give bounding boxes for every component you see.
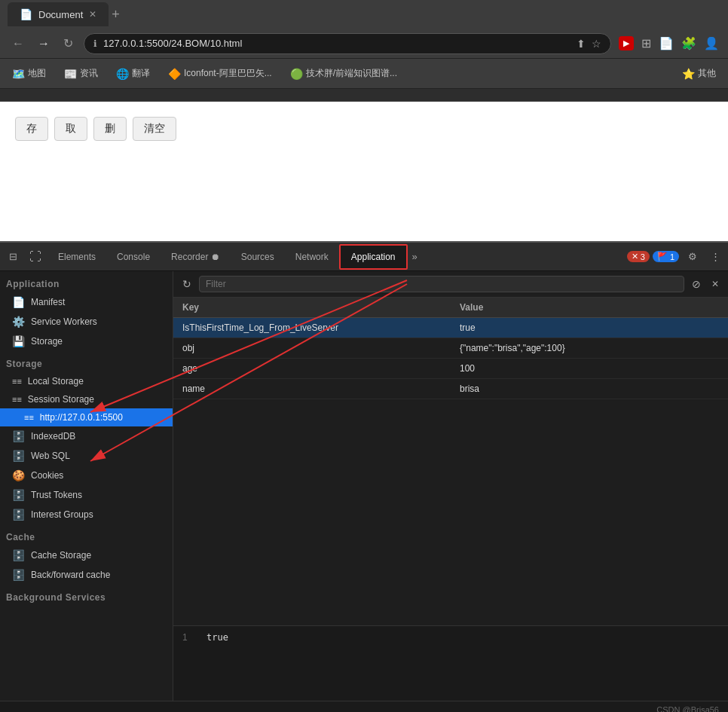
get-button[interactable]: 取 <box>54 117 87 141</box>
sidebar-item-bfcache[interactable]: 🗄️ Back/forward cache <box>0 565 173 585</box>
address-bar[interactable]: ℹ 127.0.0.1:5500/24.BOM/10.html ⬆ ☆ <box>84 33 611 54</box>
sidebar-item-interest-groups[interactable]: 🗄️ Interest Groups <box>0 505 173 524</box>
puzzle-icon[interactable]: 🧩 <box>681 36 696 50</box>
tab-application-label: Application <box>351 252 396 262</box>
sidebar-item-web-sql-label: Web SQL <box>31 451 70 461</box>
status-text: CSDN @Brisa56 <box>656 705 719 713</box>
sidebar-item-trust-tokens[interactable]: 🗄️ Trust Tokens <box>0 485 173 505</box>
filter-clear-button[interactable]: ✕ <box>708 277 722 291</box>
table-row[interactable]: obj {"name":"brisa","age":100} <box>173 338 728 359</box>
bookmark-jishupang[interactable]: 🟢 技术胖/前端知识图谱... <box>284 64 403 83</box>
local-storage-icon: ≡≡ <box>12 377 22 386</box>
trust-tokens-icon: 🗄️ <box>12 489 25 501</box>
iconfont-icon: 🔶 <box>168 68 181 80</box>
devtools-settings-icon[interactable]: ⚙ <box>682 248 703 265</box>
error-badge[interactable]: ✕ 3 <box>627 251 650 262</box>
bookmark-icon[interactable]: ☆ <box>592 38 601 50</box>
devtools-sidebar: Application 📄 Manifest ⚙️ Service Worker… <box>0 271 173 701</box>
sidebar-item-service-workers-label: Service Workers <box>31 316 97 327</box>
sidebar-item-local-storage[interactable]: ≡≡ Local Storage <box>0 372 173 390</box>
save-button[interactable]: 存 <box>15 117 48 141</box>
bookmark-news[interactable]: 📰 资讯 <box>58 64 104 83</box>
devtools-options-icon[interactable]: ⋮ <box>706 248 725 265</box>
devtools-right-controls: ✕ 3 🚩 1 ⚙ ⋮ <box>627 248 725 265</box>
sidebar-item-interest-groups-label: Interest Groups <box>31 509 93 520</box>
map-icon: 🗺️ <box>12 68 25 80</box>
tab-favicon: 📄 <box>20 8 32 20</box>
sidebar-item-trust-tokens-label: Trust Tokens <box>31 490 82 500</box>
sidebar-section-application: Application <box>0 271 173 292</box>
bookmarks-bar: 🗺️ 地图 📰 资讯 🌐 翻译 🔶 Iconfont-阿里巴巴矢... 🟢 技术… <box>0 59 728 89</box>
warning-badge[interactable]: 🚩 1 <box>653 251 679 262</box>
sidebar-section-cache: Cache <box>0 524 173 545</box>
bookmark-iconfont[interactable]: 🔶 Iconfont-阿里巴巴矢... <box>162 64 278 83</box>
browser-tab[interactable]: 📄 Document ✕ <box>8 2 109 26</box>
devtools-inspect-button[interactable]: ⛶ <box>23 247 47 267</box>
sidebar-item-session-storage[interactable]: ≡≡ Session Storage <box>0 390 173 408</box>
sidebar-item-cache-storage[interactable]: 🗄️ Cache Storage <box>0 545 173 565</box>
table-row[interactable]: IsThisFirstTime_Log_From_LiveServer true <box>173 318 728 338</box>
bookmark-translate[interactable]: 🌐 翻译 <box>110 64 156 83</box>
reload-button[interactable]: ↻ <box>60 33 76 53</box>
lock-icon: ℹ <box>93 38 97 49</box>
sidebar-item-cookies[interactable]: 🍪 Cookies <box>0 466 173 485</box>
tab-recorder-label: Recorder ⏺ <box>171 252 220 262</box>
sidebar-section-storage: Storage <box>0 351 173 372</box>
interest-groups-icon: 🗄️ <box>12 509 25 521</box>
sidebar-item-indexed-db[interactable]: 🗄️ IndexedDB <box>0 426 173 446</box>
column-key-header: Key <box>173 298 451 317</box>
line-number: 1 <box>182 632 197 695</box>
bookmark-other[interactable]: ⭐ 其他 <box>676 64 722 83</box>
settings-icon[interactable]: 📄 <box>659 36 674 50</box>
page-content: 存 取 删 清空 <box>0 102 728 241</box>
filter-input-wrapper[interactable] <box>199 276 684 292</box>
devtools-sidebar-toggle[interactable]: ⊟ <box>3 248 23 265</box>
sidebar-section-bg-services: Background Services <box>0 585 173 606</box>
filter-refresh-button[interactable]: ↻ <box>179 277 194 292</box>
back-button[interactable]: ← <box>9 34 27 53</box>
filter-block-icon[interactable]: ⊘ <box>689 277 704 292</box>
web-sql-icon: 🗄️ <box>12 450 25 462</box>
sidebar-item-manifest[interactable]: 📄 Manifest <box>0 292 173 312</box>
youtube-icon[interactable]: ▶ <box>619 36 634 50</box>
status-bar: CSDN @Brisa56 <box>0 701 728 712</box>
tab-elements[interactable]: Elements <box>47 246 106 268</box>
tab-console-label: Console <box>117 252 150 262</box>
tab-close-button[interactable]: ✕ <box>89 9 96 20</box>
new-tab-button[interactable]: + <box>112 7 120 23</box>
cache-storage-icon: 🗄️ <box>12 549 25 561</box>
tab-application[interactable]: Application <box>339 244 408 270</box>
sidebar-item-storage-top[interactable]: 💾 Storage <box>0 332 173 351</box>
sidebar-item-service-workers[interactable]: ⚙️ Service Workers <box>0 312 173 332</box>
share-icon[interactable]: ⬆ <box>577 38 586 50</box>
clear-button[interactable]: 清空 <box>133 117 176 141</box>
sidebar-item-local-storage-label: Local Storage <box>28 376 84 387</box>
indexed-db-icon: 🗄️ <box>12 430 25 442</box>
sidebar-item-session-url[interactable]: ≡≡ http://127.0.0.1:5500 <box>0 408 173 426</box>
storage-table: Key Value IsThisFirstTime_Log_From_LiveS… <box>173 298 728 625</box>
filter-input[interactable] <box>206 279 678 289</box>
cell-key-1: obj <box>173 338 451 358</box>
tab-more-button[interactable]: » <box>408 245 422 268</box>
sidebar-item-cache-storage-label: Cache Storage <box>31 550 91 561</box>
cell-key-2: age <box>173 359 451 378</box>
tab-network[interactable]: Network <box>285 246 339 268</box>
tab-sources[interactable]: Sources <box>231 246 285 268</box>
sidebar-item-web-sql[interactable]: 🗄️ Web SQL <box>0 446 173 466</box>
profile-icon[interactable]: 👤 <box>704 36 719 50</box>
tab-recorder[interactable]: Recorder ⏺ <box>161 246 231 268</box>
bookmark-news-label: 资讯 <box>80 67 98 80</box>
value-preview: 1 true <box>173 625 728 701</box>
delete-button[interactable]: 删 <box>93 117 127 141</box>
tab-sources-label: Sources <box>241 252 274 262</box>
table-row[interactable]: name brisa <box>173 379 728 399</box>
forward-button[interactable]: → <box>35 34 53 53</box>
tab-console[interactable]: Console <box>106 246 161 268</box>
sidebar-item-manifest-label: Manifest <box>31 297 65 307</box>
table-row[interactable]: age 100 <box>173 359 728 379</box>
bookmark-map[interactable]: 🗺️ 地图 <box>6 64 52 83</box>
bfcache-icon: 🗄️ <box>12 569 25 581</box>
column-value-header: Value <box>451 298 728 317</box>
extensions-icon[interactable]: ⊞ <box>641 36 651 50</box>
devtools-panel: ⊟ ⛶ Elements Console Recorder ⏺ Sources … <box>0 241 728 701</box>
